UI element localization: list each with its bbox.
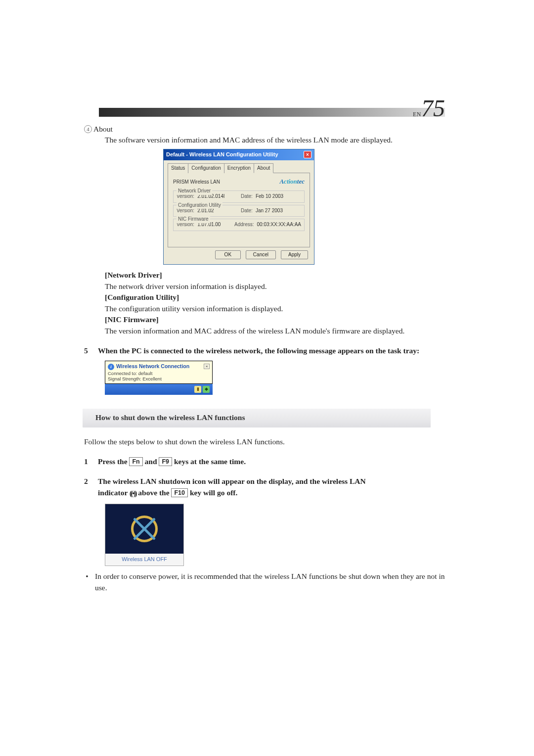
about-tab-panel: PRISM Wireless LAN Actiontec Network Dri… [168,173,310,247]
tray-network-icon[interactable]: ▮ [194,386,201,393]
cu-date-label: Date: [241,207,253,215]
tab-status[interactable]: Status [168,163,188,174]
wlan-off-label: Wireless LAN OFF [105,554,183,566]
s1-mid: and [143,457,159,466]
network-driver-legend: Network Driver [177,188,212,195]
balloon-title-text: Wireless Network Connection [116,363,189,369]
nd-date-label: Date: [241,193,253,200]
tray-shield-icon[interactable]: ◆ [203,386,210,393]
shutdown-step2-number: 2 [84,476,91,499]
tip-text: In order to conserve power, it is recomm… [95,571,445,593]
tab-configuration[interactable]: Configuration [188,163,224,174]
tray-balloon-screenshot: iWireless Network Connection × Connected… [105,361,213,395]
wlan-off-icon [131,516,158,542]
about-heading: 4 About [84,124,445,135]
network-driver-fieldset: Network Driver Version:2.01.02.014l Date… [173,190,305,203]
nic-firmware-legend: NIC Firmware [177,216,210,223]
taskbar: ▮ ◆ [105,384,213,395]
close-icon[interactable]: × [304,151,312,158]
network-driver-text: The network driver version information i… [105,281,445,292]
cancel-button[interactable]: Cancel [246,250,276,260]
s1-post: keys at the same time. [172,457,246,466]
config-utility-text: The configuration utility version inform… [105,303,445,314]
ok-button[interactable]: OK [215,250,241,260]
shutdown-step2-text: The wireless LAN shutdown icon will appe… [98,476,445,499]
network-driver-heading: [Network Driver] [105,270,445,281]
circled-number-icon: 4 [84,125,92,133]
s2-l2b: above the [136,488,171,497]
s2-l2a: indicator [98,488,130,497]
s1-pre: Press the [98,457,129,466]
section-heading-bar: How to shut down the wireless LAN functi… [83,409,431,427]
nic-firmware-heading: [NIC Firmware] [105,314,445,325]
antenna-icon: ((•)) [130,489,136,499]
tab-about[interactable]: About [254,163,273,174]
follow-text: Follow the steps below to shut down the … [84,436,445,447]
apply-button[interactable]: Apply [281,250,308,260]
step-5-number: 5 [84,345,91,356]
dialog-titlebar: Default - Wireless LAN Configuration Uti… [164,149,314,160]
balloon-tooltip: iWireless Network Connection × Connected… [105,361,213,384]
f9-key-icon: F9 [159,457,172,466]
nf-address-label: Address: [234,221,254,229]
nd-date-value: Feb 10 2003 [256,193,283,200]
fn-key-icon: Fn [129,457,142,466]
f10-key-icon: F10 [171,488,188,497]
config-utility-fieldset: Configuration Utility Version:2.01.02 Da… [173,205,305,217]
balloon-line1: Connected to: default [108,371,210,376]
wlan-off-screenshot: Wireless LAN OFF [105,504,184,566]
s2-l2c: key will go off. [188,488,237,497]
dialog-button-row: OK Cancel Apply [168,247,310,261]
s2-line1: The wireless LAN shutdown icon will appe… [98,476,445,487]
bullet-icon: • [84,571,90,593]
dialog-tabs: Status Configuration Encryption About [168,163,310,174]
nic-firmware-fieldset: NIC Firmware Version:1.07.01.00 Address:… [173,219,305,231]
step-5-text: When the PC is connected to the wireless… [98,345,445,356]
config-utility-heading: [Configuration Utility] [105,292,445,303]
balloon-line2: Signal Strength: Excellent [108,376,210,381]
tab-encryption[interactable]: Encryption [224,163,254,174]
actiontec-logo: Actiontec [279,177,305,187]
shutdown-step1-number: 1 [84,456,91,467]
page-number: EN75 [413,96,445,120]
about-title: About [93,125,113,133]
balloon-close-icon[interactable]: × [204,364,210,369]
dialog-title-text: Default - Wireless LAN Configuration Uti… [166,151,278,159]
page-num-value: 75 [421,95,445,121]
cu-date-value: Jan 27 2003 [256,207,283,215]
nf-address-value: 00:03:XX:XX:AA:AA [257,221,302,229]
shutdown-step1-text: Press the Fn and F9 keys at the same tim… [98,456,445,467]
about-intro: The software version information and MAC… [105,135,445,145]
prism-label: PRISM Wireless LAN [173,179,220,186]
header-gradient-bar [99,108,445,117]
section-title: How to shut down the wireless LAN functi… [95,412,245,423]
page-en-label: EN [413,111,421,118]
config-utility-legend: Configuration Utility [177,202,222,209]
info-icon: i [108,364,114,370]
wlan-config-dialog: Default - Wireless LAN Configuration Uti… [163,149,314,265]
nic-firmware-text: The version information and MAC address … [105,326,445,336]
